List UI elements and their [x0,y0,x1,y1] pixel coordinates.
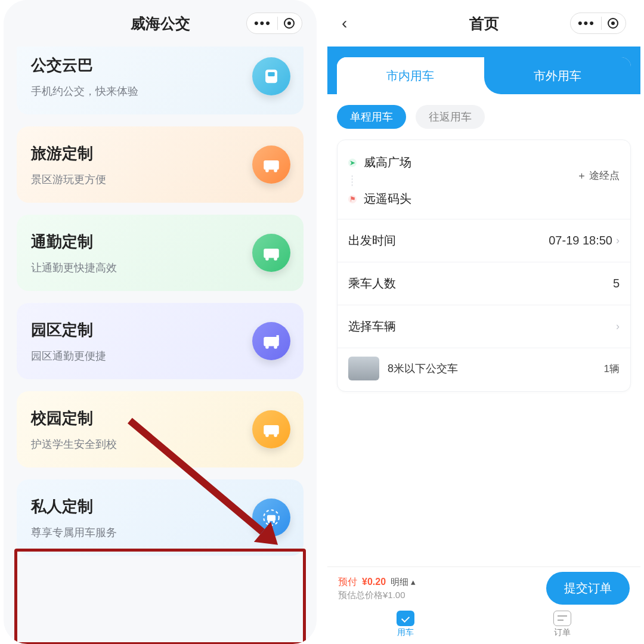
payment-bar: 预付¥0.20 明细 ▴ 预估总价格¥1.00 提交订单 [327,566,640,607]
service-card-cloud-bus[interactable]: 公交云巴 手机约公交，快来体验 [17,47,304,114]
vehicle-label: 选择车辆 [348,318,396,335]
car-icon [397,611,414,626]
back-icon[interactable]: ‹ [342,14,347,33]
more-icon[interactable]: ••• [254,16,271,31]
select-vehicle-row[interactable]: 选择车辆 › [338,305,630,348]
booking-form: 单程用车 往返用车 ➤ 威高广场 ⚑ 远遥码头 ＋ 途经点 出发 [327,94,640,566]
departure-value: 07-19 18:50 [549,234,612,247]
school-bus-icon [252,410,290,448]
cloud-bus-icon [252,57,290,95]
tabbar-item-car[interactable]: 用车 [397,611,414,638]
nav-bar: ‹ 首页 ••• [327,0,640,47]
service-card-tour[interactable]: 旅游定制 景区游玩更方便 [17,126,304,203]
end-location: 远遥码头 [364,191,411,207]
estimated-total: 预估总价格¥1.00 [338,590,540,601]
right-screenshot: ‹ 首页 ••• 市内用车 市外用车 单程用车 往返用车 ➤ 威高广场 [327,0,640,644]
svg-point-18 [273,521,275,523]
card-subtitle: 尊享专属用车服务 [31,525,289,540]
start-pin-icon: ➤ [348,159,357,167]
price-detail-toggle[interactable]: 明细 ▴ [391,577,416,588]
add-waypoint-button[interactable]: ＋ 途经点 [577,169,620,182]
prepay-amount: ¥0.20 [362,577,386,587]
close-icon[interactable] [284,18,295,29]
chevron-right-icon: › [616,234,620,247]
service-card-campus[interactable]: 园区定制 园区通勤更便捷 [17,303,304,379]
trip-type-selector: 单程用车 往返用车 [337,105,631,129]
nav-bar: 威海公交 ••• [4,0,317,47]
card-subtitle: 手机约公交，快来体验 [31,84,289,98]
left-screenshot: 威海公交 ••• 宣一宣公交车到哪儿了 公交云巴 手机约公交，快来体验 旅游定制… [4,0,317,644]
end-location-row[interactable]: ⚑ 远遥码头 [348,186,620,212]
svg-rect-2 [264,160,279,170]
passenger-count-row[interactable]: 乘车人数 5 [338,262,630,305]
svg-rect-1 [268,72,274,76]
card-subtitle: 园区通勤更便捷 [31,349,289,363]
end-pin-icon: ⚑ [348,195,357,203]
departure-time-row[interactable]: 出发时间 07-19 18:50 › [338,219,630,262]
passenger-value: 5 [613,277,620,290]
mode-tab-container: 市内用车 市外用车 [327,47,640,94]
card-title: 园区定制 [31,320,289,340]
pill-round-trip[interactable]: 往返用车 [416,105,485,129]
miniprogram-capsule[interactable]: ••• [246,13,302,34]
svg-point-10 [274,345,277,349]
capsule-divider [277,17,278,30]
vehicle-thumbnail [348,357,379,380]
tabbar-item-orders[interactable]: 订单 [553,611,571,638]
start-location: 威高广场 [364,154,411,171]
svg-point-7 [274,257,277,261]
svg-rect-11 [277,335,279,340]
miniprogram-capsule[interactable]: ••• [570,13,626,34]
pill-one-way[interactable]: 单程用车 [337,105,406,129]
tour-bus-icon [252,145,290,184]
svg-rect-12 [264,425,279,435]
bottom-tabbar: 用车 订单 [327,607,640,644]
prepay-label: 预付 [338,576,357,589]
card-title: 公交云巴 [31,55,289,76]
selected-vehicle-row[interactable]: 8米以下公交车 1辆 [338,348,630,391]
capsule-divider [601,17,602,30]
tab-outer-city[interactable]: 市外用车 [484,57,631,94]
campus-bus-icon [252,322,290,360]
passenger-label: 乘车人数 [348,275,396,292]
vehicle-quantity: 1辆 [604,362,620,376]
card-title: 旅游定制 [31,143,289,164]
svg-point-9 [265,345,269,349]
service-card-commute[interactable]: 通勤定制 让通勤更快捷高效 [17,215,304,291]
route-block: ➤ 威高广场 ⚑ 远遥码头 ＋ 途经点 [338,140,630,219]
departure-label: 出发时间 [348,233,396,249]
vehicle-name: 8米以下公交车 [388,361,596,376]
route-panel: ➤ 威高广场 ⚑ 远遥码头 ＋ 途经点 出发时间 07-19 18:50 › [337,140,631,392]
card-title: 校园定制 [31,408,289,429]
commute-bus-icon [252,234,290,272]
tabbar-label: 用车 [397,627,414,638]
plus-icon: ＋ [577,169,587,182]
svg-point-4 [274,169,277,172]
waypoint-label: 途经点 [589,169,620,182]
svg-point-3 [265,169,269,172]
card-subtitle: 让通勤更快捷高效 [31,261,289,275]
order-icon [553,611,571,626]
chevron-right-icon: › [616,320,620,333]
card-subtitle: 景区游玩更方便 [31,172,289,187]
mode-tabs: 市内用车 市外用车 [337,57,631,94]
submit-order-button[interactable]: 提交订单 [546,572,630,605]
tab-inner-city[interactable]: 市内用车 [337,57,484,94]
card-title: 通勤定制 [31,231,289,252]
annotation-highlight [14,549,306,644]
svg-point-14 [274,434,277,437]
svg-point-13 [265,434,269,437]
service-card-list[interactable]: 宣一宣公交车到哪儿了 公交云巴 手机约公交，快来体验 旅游定制 景区游玩更方便 … [4,47,317,644]
svg-point-6 [265,257,269,261]
close-icon[interactable] [608,18,618,29]
more-icon[interactable]: ••• [578,16,595,31]
tabbar-label: 订单 [554,627,571,638]
price-info: 预付¥0.20 明细 ▴ 预估总价格¥1.00 [338,576,540,601]
svg-rect-5 [264,249,279,258]
